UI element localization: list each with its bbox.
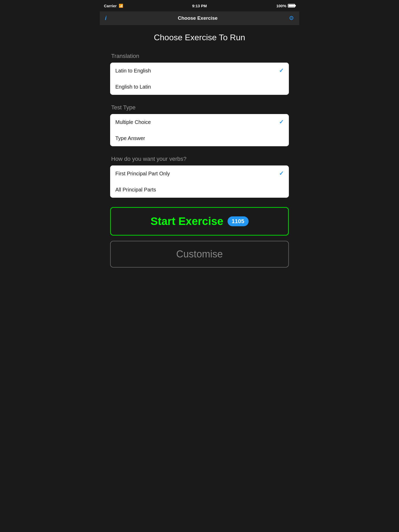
test-type-section: Test Type Multiple Choice ✓ Type Answer … [110, 104, 289, 146]
page-title: Choose Exercise To Run [110, 33, 289, 42]
carrier-label: Carrier [104, 4, 117, 8]
test-type-section-label: Test Type [110, 104, 289, 111]
first-principal-part-item[interactable]: First Principal Part Only ✓ [110, 165, 289, 182]
customise-button[interactable]: Customise [110, 241, 289, 268]
verbs-section-label: How do you want your verbs? [110, 156, 289, 162]
all-principal-parts-item[interactable]: All Principal Parts ✓ [110, 182, 289, 198]
test-type-list: Multiple Choice ✓ Type Answer ✓ [110, 114, 289, 146]
verbs-list: First Principal Part Only ✓ All Principa… [110, 165, 289, 198]
customise-container: Customise [110, 241, 289, 268]
start-exercise-container: Start Exercise 1105 [110, 207, 289, 236]
status-left: Carrier 📶 [104, 4, 123, 8]
english-to-latin-label: English to Latin [115, 84, 151, 90]
all-principal-parts-label: All Principal Parts [115, 187, 156, 193]
start-exercise-button[interactable]: Start Exercise 1105 [110, 207, 289, 236]
first-principal-part-check: ✓ [279, 170, 284, 177]
multiple-choice-check: ✓ [279, 119, 284, 125]
info-button[interactable]: i [105, 15, 107, 22]
multiple-choice-label: Multiple Choice [115, 119, 151, 125]
nav-bar: i Choose Exercise ⚙ [100, 11, 299, 25]
status-time: 9:13 PM [192, 4, 207, 8]
wifi-icon: 📶 [119, 4, 123, 8]
translation-list: Latin to English ✓ English to Latin ✓ [110, 63, 289, 95]
english-to-latin-item[interactable]: English to Latin ✓ [110, 79, 289, 95]
battery-icon [288, 4, 295, 8]
battery-fill [289, 5, 295, 7]
translation-section: Translation Latin to English ✓ English t… [110, 53, 289, 95]
status-bar: Carrier 📶 9:13 PM 100% [100, 0, 299, 11]
customise-label: Customise [176, 249, 223, 260]
start-exercise-label: Start Exercise [150, 215, 223, 228]
type-answer-item[interactable]: Type Answer ✓ [110, 130, 289, 146]
latin-to-english-check: ✓ [279, 67, 284, 74]
latin-to-english-item[interactable]: Latin to English ✓ [110, 63, 289, 79]
main-content: Choose Exercise To Run Translation Latin… [100, 25, 299, 278]
multiple-choice-item[interactable]: Multiple Choice ✓ [110, 114, 289, 130]
first-principal-part-label: First Principal Part Only [115, 171, 170, 177]
status-right: 100% [276, 4, 295, 8]
settings-button[interactable]: ⚙ [289, 15, 294, 22]
type-answer-label: Type Answer [115, 135, 145, 141]
latin-to-english-label: Latin to English [115, 68, 151, 74]
translation-section-label: Translation [110, 53, 289, 59]
exercise-count-badge: 1105 [228, 216, 249, 226]
nav-title: Choose Exercise [178, 15, 217, 21]
battery-percent: 100% [276, 4, 286, 8]
verbs-section: How do you want your verbs? First Princi… [110, 156, 289, 198]
